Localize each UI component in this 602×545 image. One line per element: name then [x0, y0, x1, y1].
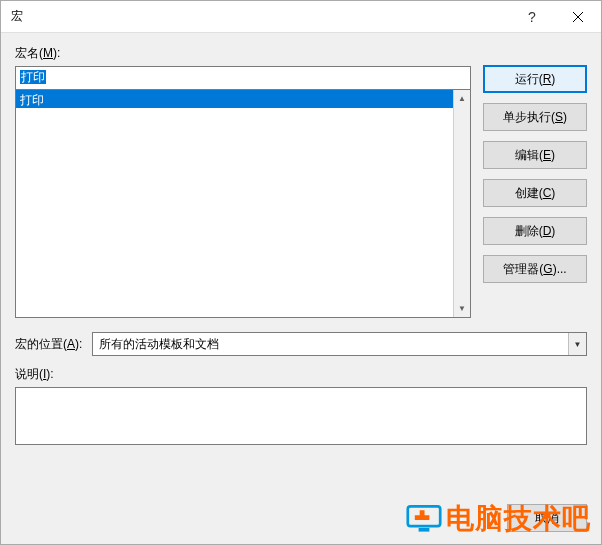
- close-icon: [573, 12, 583, 22]
- list-item[interactable]: 打印: [16, 90, 453, 108]
- edit-button[interactable]: 编辑(E): [483, 141, 587, 169]
- left-column: 宏名(M): 打印 打印 ▲ ▼: [15, 45, 471, 318]
- create-button[interactable]: 创建(C): [483, 179, 587, 207]
- location-dropdown[interactable]: 所有的活动模板和文档 ▼: [92, 332, 587, 356]
- location-row: 宏的位置(A): 所有的活动模板和文档 ▼: [15, 332, 587, 356]
- right-column: 运行(R) 单步执行(S) 编辑(E) 创建(C) 删除(D) 管理器(G)..…: [483, 45, 587, 318]
- scrollbar[interactable]: ▲ ▼: [453, 90, 470, 317]
- location-label: 宏的位置(A):: [15, 336, 82, 353]
- dialog-content: 宏名(M): 打印 打印 ▲ ▼ 运行(R): [1, 33, 601, 544]
- close-button[interactable]: [555, 1, 601, 32]
- macro-name-label: 宏名(M):: [15, 45, 471, 62]
- organizer-button[interactable]: 管理器(G)...: [483, 255, 587, 283]
- macro-name-input[interactable]: 打印: [15, 66, 471, 90]
- location-value: 所有的活动模板和文档: [93, 336, 568, 353]
- delete-button[interactable]: 删除(D): [483, 217, 587, 245]
- scroll-down-icon[interactable]: ▼: [454, 300, 470, 317]
- window-title: 宏: [11, 8, 509, 25]
- macro-dialog: 宏 ? 宏名(M): 打印 打印 ▲: [0, 0, 602, 545]
- top-row: 宏名(M): 打印 打印 ▲ ▼ 运行(R): [15, 45, 587, 318]
- chevron-down-icon: ▼: [568, 333, 586, 355]
- macro-name-text: 打印: [20, 70, 46, 84]
- run-button[interactable]: 运行(R): [483, 65, 587, 93]
- macro-list-wrapper: 打印 ▲ ▼: [15, 90, 471, 318]
- description-label: 说明(I):: [15, 366, 587, 383]
- footer: 取消: [15, 494, 587, 532]
- macro-list[interactable]: 打印: [16, 90, 453, 317]
- step-button[interactable]: 单步执行(S): [483, 103, 587, 131]
- description-box[interactable]: [15, 387, 587, 445]
- titlebar-buttons: ?: [509, 1, 601, 32]
- cancel-button[interactable]: 取消: [507, 504, 587, 532]
- scroll-up-icon[interactable]: ▲: [454, 90, 470, 107]
- help-button[interactable]: ?: [509, 1, 555, 32]
- titlebar: 宏 ?: [1, 1, 601, 33]
